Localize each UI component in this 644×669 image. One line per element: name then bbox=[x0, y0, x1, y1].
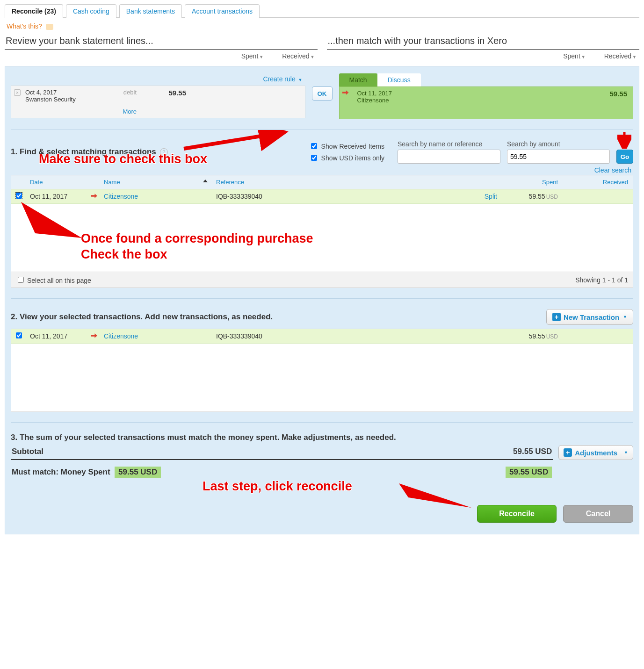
discuss-tab[interactable]: Discuss bbox=[377, 73, 421, 86]
annotation-2: Once found a corresponding purchase Chec… bbox=[81, 231, 313, 263]
match-name: Citizensone bbox=[357, 97, 569, 104]
row-currency: USD bbox=[546, 194, 558, 200]
col-name[interactable]: Name bbox=[99, 175, 211, 189]
review-right-title: ...then match with your transactions in … bbox=[327, 35, 640, 50]
left-spent-sort[interactable]: Spent▼ bbox=[241, 52, 264, 60]
row-name-link[interactable]: Citizensone bbox=[104, 332, 138, 340]
table-header: Date Name Reference Spent Received bbox=[11, 175, 633, 189]
plus-icon: + bbox=[564, 448, 572, 457]
svg-marker-3 bbox=[399, 483, 471, 508]
row-date: Oct 11, 2017 bbox=[25, 189, 86, 203]
col-received[interactable]: Received bbox=[563, 175, 633, 189]
expense-arrow-icon bbox=[342, 90, 349, 95]
adjustments-button[interactable]: + Adjustments ▼ bbox=[558, 445, 633, 460]
must-match-badge-left: 59.55 USD bbox=[115, 467, 161, 478]
must-match-label: Must match: Money Spent bbox=[12, 468, 110, 476]
col-date[interactable]: Date bbox=[25, 175, 86, 189]
tab-bank-statements[interactable]: Bank statements bbox=[119, 4, 182, 18]
stmt-more-link[interactable]: More bbox=[123, 108, 137, 115]
show-received-checkbox[interactable] bbox=[311, 143, 317, 149]
row-spent: 59.55 bbox=[529, 193, 545, 200]
table-row[interactable]: Oct 11, 2017 Citizensone IQB-333339040 5… bbox=[11, 329, 633, 344]
tab-account-transactions[interactable]: Account transactions bbox=[185, 4, 260, 18]
row-date: Oct 11, 2017 bbox=[25, 329, 86, 343]
table-row[interactable]: Oct 11, 2017 Citizensone IQB-333339040 S… bbox=[11, 189, 633, 204]
right-received-sort[interactable]: Received▼ bbox=[604, 52, 637, 60]
stmt-amount: 59.55 bbox=[138, 86, 190, 118]
chat-icon bbox=[46, 24, 53, 30]
bank-statement-line[interactable]: × Oct 4, 2017 Swanston Security debit Mo… bbox=[11, 86, 305, 118]
match-amount: 59.55 bbox=[572, 87, 633, 119]
col-spent[interactable]: Spent bbox=[502, 175, 563, 189]
select-all-checkbox[interactable] bbox=[18, 277, 24, 283]
match-tab[interactable]: Match bbox=[339, 73, 377, 86]
row-reference: IQB-333339040 bbox=[211, 189, 464, 203]
review-header: Review your bank statement lines... Spen… bbox=[5, 35, 639, 63]
split-link[interactable]: Split bbox=[485, 193, 497, 200]
selected-transactions-table: Oct 11, 2017 Citizensone IQB-333339040 5… bbox=[11, 329, 633, 412]
sec3-title: 3. The sum of your selected transactions… bbox=[11, 433, 553, 442]
search-name-input[interactable] bbox=[398, 150, 500, 164]
reconcile-button[interactable]: Reconcile bbox=[477, 505, 557, 523]
new-transaction-button[interactable]: + New Transaction ▼ bbox=[546, 309, 633, 325]
sort-asc-icon bbox=[203, 180, 208, 182]
show-received-label[interactable]: Show Received Items bbox=[309, 142, 384, 151]
row-name-link[interactable]: Citizensone bbox=[104, 193, 138, 200]
showing-text: Showing 1 - 1 of 1 bbox=[575, 276, 628, 284]
sec2-title: 2. View your selected transactions. Add … bbox=[11, 312, 273, 322]
expense-arrow-icon bbox=[91, 333, 97, 338]
stmt-payee: Swanston Security bbox=[25, 96, 135, 103]
select-all-label[interactable]: Select all on this page bbox=[16, 275, 91, 284]
main-tabs: Reconcile (23) Cash coding Bank statemen… bbox=[5, 4, 639, 18]
row-spent: 59.55 bbox=[529, 332, 545, 340]
must-match-badge-right: 59.55 USD bbox=[506, 467, 552, 478]
subtotal-label: Subtotal bbox=[12, 447, 43, 456]
row-checkbox[interactable] bbox=[16, 332, 22, 338]
main-panel: Create rule ▼ × Oct 4, 2017 Swanston Sec… bbox=[5, 66, 639, 534]
right-spent-sort[interactable]: Spent▼ bbox=[563, 52, 586, 60]
show-usd-checkbox[interactable] bbox=[311, 155, 317, 161]
annotation-1: Make sure to check this box bbox=[39, 151, 207, 167]
cancel-button[interactable]: Cancel bbox=[563, 505, 633, 523]
dismiss-line-icon[interactable]: × bbox=[14, 89, 21, 96]
plus-icon: + bbox=[552, 313, 561, 321]
whats-this-link[interactable]: What's this? bbox=[5, 18, 639, 35]
match-date: Oct 11, 2017 bbox=[357, 90, 569, 97]
review-left-title: Review your bank statement lines... bbox=[5, 35, 318, 50]
tab-reconcile[interactable]: Reconcile (23) bbox=[5, 4, 63, 18]
search-amount-input[interactable] bbox=[507, 150, 610, 164]
row-reference: IQB-333339040 bbox=[211, 329, 464, 343]
search-amount-label: Search by amount bbox=[507, 140, 610, 148]
stmt-date: Oct 4, 2017 bbox=[25, 89, 135, 96]
go-button[interactable]: Go bbox=[616, 150, 633, 164]
stmt-type: debit bbox=[123, 89, 137, 96]
clear-search-link[interactable]: Clear search bbox=[594, 166, 631, 174]
expense-arrow-icon bbox=[91, 193, 97, 199]
search-name-label: Search by name or reference bbox=[398, 140, 500, 148]
matched-transaction[interactable]: Oct 11, 2017 Citizensone 59.55 bbox=[339, 86, 634, 119]
row-currency: USD bbox=[546, 333, 558, 340]
row-checkbox[interactable] bbox=[16, 193, 22, 199]
tab-cash-coding[interactable]: Cash coding bbox=[66, 4, 116, 18]
annotation-arrow-go bbox=[617, 131, 631, 149]
ok-button[interactable]: OK bbox=[312, 86, 333, 101]
annotation-3: Last step, click reconcile bbox=[203, 479, 352, 495]
create-rule-link[interactable]: Create rule ▼ bbox=[263, 75, 302, 83]
show-usd-label[interactable]: Show USD items only bbox=[309, 153, 384, 162]
whats-this-text: What's this? bbox=[7, 22, 42, 30]
subtotal-value: 59.55 USD bbox=[513, 447, 552, 456]
col-reference[interactable]: Reference bbox=[211, 175, 464, 189]
left-received-sort[interactable]: Received▼ bbox=[282, 52, 314, 60]
